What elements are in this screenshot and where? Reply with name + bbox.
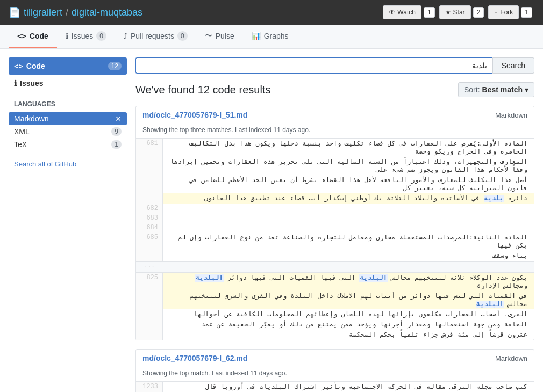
line-number [136, 157, 163, 175]
search-results-content: Search We've found 12 code results Sort:… [135, 57, 534, 392]
code-block-1: 681 المادة الأولى:يُفرض على العقارات في … [136, 139, 534, 340]
line-content [163, 204, 534, 213]
result-file-type-1: Markdown [495, 111, 527, 119]
result-meta-2: Showing the top match. Last indexed 11 d… [136, 367, 534, 382]
line-number: 682 [136, 204, 163, 213]
tab-pull-requests[interactable]: ⤴ Pull requests 0 [115, 25, 196, 48]
repo-name-link[interactable]: digital-muqtabas [72, 7, 142, 18]
line-content: أصل هذا التكليف للمعارف والأمور النافعة … [163, 175, 534, 193]
line-content [163, 213, 534, 223]
pr-tab-icon: ⤴ [124, 32, 127, 40]
sort-dropdown[interactable]: Sort: Best match ▾ [458, 82, 534, 97]
line-content: كتب صاحب مجلة الترقي مقالة في الحركة الا… [163, 382, 534, 392]
tab-graphs[interactable]: 📊 Graphs [243, 25, 297, 48]
search-input[interactable] [135, 57, 492, 74]
line-number: 684 [136, 223, 163, 233]
line-number [136, 193, 163, 204]
code-row: 684 [136, 223, 534, 233]
repo-title: 📄 tillgrallert / digital-muqtabas [9, 6, 142, 18]
repo-actions: 👁 Watch 1 ★ Star 2 ⑂ Fork 1 [383, 5, 534, 19]
lang-xml[interactable]: XML 9 [9, 125, 127, 138]
watch-count: 1 [424, 7, 435, 18]
code-row: 681 المادة الأولى:يُفرض على العقارات في … [136, 139, 534, 157]
line-number: 681 [136, 139, 163, 157]
search-button[interactable]: Search [492, 57, 534, 74]
result-file-link-2[interactable]: md/oclc_4770057679-l_62.md [142, 354, 247, 362]
graphs-tab-icon: 📊 [252, 32, 261, 40]
line-content: المادة الأولى:يُفرض على العقارات في كل ق… [163, 139, 534, 157]
languages-section: Languages Markdown ✕ XML 9 TeX 1 [9, 100, 127, 151]
expand-label [163, 266, 176, 268]
code-tab-icon: <> [17, 32, 26, 40]
code-row: القرى، أصحاب العقارات مكلفون بإرائها لهذ… [136, 309, 534, 320]
tab-issues[interactable]: ℹ Issues 0 [57, 25, 115, 48]
code-row: عشرون قرشاً إلى مئة قرش جزاء تلقياً بحكم… [136, 330, 534, 340]
nav-tabs: <> Code ℹ Issues 0 ⤴ Pull requests 0 〜 P… [0, 25, 543, 49]
line-content: المعارف والتجهيزات، وذلك اعتباراً من الس… [163, 157, 534, 175]
line-content-highlighted: دائرة بلدية في الأساتذة والبلاد الثلاثة … [163, 193, 534, 204]
star-icon: ★ [445, 9, 451, 16]
code-sidebar-count: 12 [108, 62, 122, 70]
line-content [163, 223, 534, 233]
issues-badge: 0 [96, 31, 106, 41]
lang-tex[interactable]: TeX 1 [9, 138, 127, 151]
repo-icon: 📄 [9, 6, 20, 18]
star-button[interactable]: ★ Star [439, 5, 471, 19]
code-sidebar-icon: <> [14, 62, 23, 70]
star-group: ★ Star 2 [439, 5, 484, 19]
fork-button[interactable]: ⑂ Fork [488, 5, 519, 19]
markdown-remove-icon: ✕ [115, 114, 122, 123]
line-content: عشرون قرشاً إلى مئة قرش جزاء تلقياً بحكم… [163, 330, 534, 340]
sort-value: Best match [482, 85, 523, 94]
tab-pulse[interactable]: 〜 Pulse [196, 25, 243, 48]
code-row: أصل هذا التكليف للمعارف والأمور النافعة … [136, 175, 534, 193]
search-all-github: Search all of GitHub [9, 159, 127, 168]
result-meta-1: Showing the top three matches. Last inde… [136, 124, 534, 139]
line-content: العامة ومن جهة استعمالها ومقدار أجرتها و… [163, 320, 534, 330]
tex-lang-count: 1 [111, 140, 122, 149]
languages-title: Languages [9, 100, 127, 112]
sidebar: <> Code 12 ℹ Issues Languages Markdown ✕… [9, 57, 127, 392]
markdown-lang-label: Markdown [14, 114, 49, 123]
line-number [136, 291, 163, 309]
watch-group: 👁 Watch 1 [383, 5, 434, 19]
code-row: 1233 كتب صاحب مجلة الترقي مقالة في الحرك… [136, 382, 534, 392]
code-block-2: 1233 كتب صاحب مجلة الترقي مقالة في الحرك… [136, 382, 534, 392]
line-number [136, 309, 163, 320]
watch-button[interactable]: 👁 Watch [383, 5, 421, 19]
sidebar-item-code[interactable]: <> Code 12 [9, 57, 127, 75]
fork-icon: ⑂ [494, 9, 498, 16]
result-card-2-header: md/oclc_4770057679-l_62.md Markdown [136, 350, 534, 367]
fork-group: ⑂ Fork 1 [488, 5, 532, 19]
result-file-link-1[interactable]: md/oclc_4770057679-l_51.md [142, 111, 247, 119]
main-content: <> Code 12 ℹ Issues Languages Markdown ✕… [0, 49, 543, 392]
line-content: المادة الثانية:المرصدات المستعملة مخازن … [163, 233, 534, 251]
results-count: We've found 12 code results [135, 84, 270, 96]
issues-sidebar-icon: ℹ [14, 79, 17, 88]
lang-markdown[interactable]: Markdown ✕ [9, 112, 127, 125]
tab-code[interactable]: <> Code [9, 25, 57, 48]
line-number: 683 [136, 213, 163, 223]
search-bar: Search [135, 57, 534, 74]
search-all-github-link[interactable]: Search all of GitHub [14, 160, 76, 168]
result-card-1: md/oclc_4770057679-l_51.md Markdown Show… [135, 106, 534, 340]
tex-lang-label: TeX [14, 140, 27, 149]
code-row: 825 يكون عدد الوكلاء ثلاثة لتنتخبهم مجال… [136, 273, 534, 291]
code-row: المعارف والتجهيزات، وذلك اعتباراً من الس… [136, 157, 534, 175]
pr-badge: 0 [177, 31, 188, 41]
line-content-highlighted: في القميات التي ليس فيها دوائر من أتناب … [163, 291, 534, 309]
line-number: 1233 [136, 382, 163, 392]
result-file-type-2: Markdown [495, 354, 527, 362]
code-row: 685 المادة الثانية:المرصدات المستعملة مخ… [136, 233, 534, 251]
xml-lang-label: XML [14, 127, 30, 136]
results-header: We've found 12 code results Sort: Best m… [135, 82, 534, 97]
sidebar-item-issues[interactable]: ℹ Issues [9, 75, 127, 92]
line-number [136, 251, 163, 261]
line-content-highlighted: يكون عدد الوكلاء ثلاثة لتنتخبهم مجالس ال… [163, 273, 534, 291]
watch-icon: 👁 [389, 9, 395, 16]
line-number [136, 320, 163, 330]
code-row: في القميات التي ليس فيها دوائر من أتناب … [136, 291, 534, 309]
repo-owner-link[interactable]: tillgrallert [24, 7, 62, 18]
code-row: العامة ومن جهة استعمالها ومقدار أجرتها و… [136, 320, 534, 330]
expand-icon: ··· [136, 262, 163, 272]
